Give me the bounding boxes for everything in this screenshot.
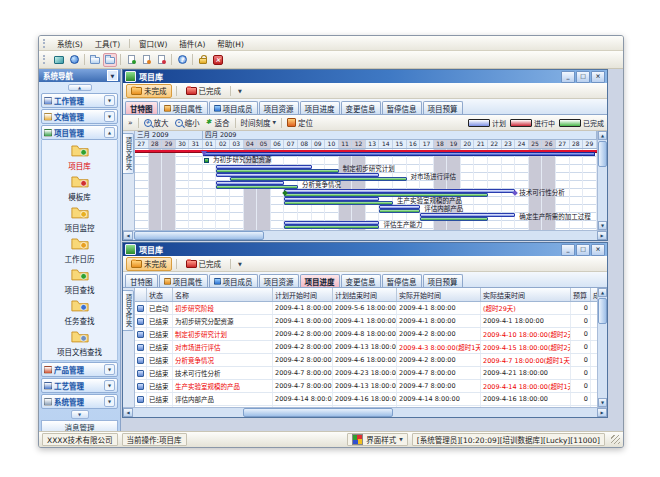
task-bar-actual[interactable] <box>284 201 393 205</box>
sidebar-item-red[interactable]: 模板库 <box>42 173 117 204</box>
timescale-button[interactable]: 时间刻度▼ <box>239 117 278 128</box>
tab[interactable]: 项目属性 <box>159 274 208 287</box>
gantt-horizontal-scrollbar[interactable]: ◀ ▶ <box>123 230 607 240</box>
table-horizontal-scrollbar[interactable]: ◀ ▶ <box>123 407 607 417</box>
tab[interactable]: 项目进度 <box>300 101 340 114</box>
sidebar-group-collapsed[interactable]: 产品管理▼ <box>41 362 118 377</box>
stop-button[interactable]: × <box>211 53 225 67</box>
gantt-window-titlebar[interactable]: 项目库 _ □ × <box>123 70 607 83</box>
gantt-vertical-scrollbar[interactable]: ▲ ▼ <box>597 131 607 230</box>
menu-item[interactable]: 插件(A) <box>173 37 211 50</box>
folder-open-button[interactable] <box>103 53 117 67</box>
menubar-grip[interactable] <box>43 39 48 48</box>
sidebar-item-star[interactable]: 项目监控 <box>42 204 117 235</box>
scroll-right-button[interactable]: ▶ <box>597 408 607 417</box>
tab[interactable]: 暂停信息 <box>382 101 422 114</box>
sidebar-item-green[interactable]: 项目库 <box>42 142 117 173</box>
project-folder-tab[interactable]: 项目文件夹 <box>123 290 134 331</box>
tab[interactable]: 项目属性 <box>159 101 208 114</box>
table-vertical-scrollbar[interactable]: ▲ ▼ <box>597 288 607 407</box>
scroll-down-button[interactable]: ▼ <box>598 221 607 230</box>
sidebar-group-collapsed[interactable]: 文档管理▼ <box>41 109 118 124</box>
column-header[interactable]: 名称 <box>173 288 273 301</box>
milestone-marker[interactable] <box>204 158 209 163</box>
tab[interactable]: 项目进度 <box>300 274 340 287</box>
scroll-thumb[interactable] <box>598 141 607 167</box>
task-bar-actual[interactable] <box>230 177 407 181</box>
chevron-down-icon[interactable]: ▼ <box>104 111 115 122</box>
chevron-down-icon[interactable]: ▼ <box>104 95 115 106</box>
tab[interactable]: 项目成员 <box>209 274 258 287</box>
close-button[interactable]: × <box>591 71 605 83</box>
maximize-button[interactable]: □ <box>576 244 590 256</box>
sidebar-menu-button[interactable]: ▼ <box>107 70 118 81</box>
menu-item[interactable]: 工具(T) <box>89 37 126 50</box>
message-tab[interactable]: 消息管理 <box>41 420 118 431</box>
globe-button[interactable] <box>67 53 81 67</box>
table-row[interactable]: 已结束分析竞争情况2009-4-2 8:00:002009-4-6 18:00:… <box>135 354 597 367</box>
project-folder-tab[interactable]: 项目文件夹 <box>123 133 134 174</box>
scroll-up-button[interactable]: ▲ <box>598 131 607 140</box>
gantt-chart[interactable]: 三月 2009四月 200927282930310102030405060708… <box>135 131 597 230</box>
scroll-thumb[interactable] <box>243 408 393 417</box>
overflow-button[interactable]: ▼ <box>235 88 245 94</box>
sidebar-overflow-button[interactable]: ▼ <box>71 410 89 419</box>
close-button[interactable]: × <box>591 244 605 256</box>
tab[interactable]: 项目预算 <box>423 274 463 287</box>
column-header[interactable]: 状态 <box>147 288 173 301</box>
table-row[interactable]: 已结束制定初步研究计划2009-4-2 8:00:002009-4-8 18:0… <box>135 328 597 341</box>
minimize-button[interactable]: _ <box>561 244 575 256</box>
table-row[interactable]: 已结束生产实验室规模的产品2009-4-7 8:00:002009-4-13 1… <box>135 380 597 393</box>
chevron-down-icon[interactable]: ▼ <box>104 380 115 391</box>
menu-item[interactable]: 窗口(W) <box>133 37 173 50</box>
menu-item[interactable]: 系统(S) <box>51 37 89 50</box>
tab[interactable]: 变更信息 <box>341 274 381 287</box>
scroll-up-button[interactable]: ▲ <box>598 288 607 297</box>
column-header[interactable] <box>135 288 147 301</box>
tab[interactable]: 项目预算 <box>423 101 463 114</box>
sidebar-group-collapsed[interactable]: 工艺管理▼ <box>41 378 118 393</box>
column-header[interactable]: 预算 <box>571 288 591 301</box>
menu-item[interactable]: 帮助(H) <box>211 37 250 50</box>
incomplete-filter-button[interactable]: 未完成 <box>126 257 172 271</box>
scroll-thumb[interactable] <box>134 231 264 240</box>
sidebar-group-expanded[interactable]: 项目管理▲ <box>41 125 118 140</box>
ui-style-button[interactable]: 界面样式 ▼ <box>347 433 407 446</box>
column-header[interactable]: 计划开始时间 <box>273 288 333 301</box>
complete-filter-button[interactable]: 已完成 <box>181 84 227 98</box>
sidebar-collapse-button[interactable]: ▲ <box>68 84 92 91</box>
sidebar-item-people[interactable]: 任务查找 <box>42 297 117 328</box>
table-window-titlebar[interactable]: 项目库 _ □ × <box>123 243 607 256</box>
maximize-button[interactable]: □ <box>576 71 590 83</box>
chevron-up-icon[interactable]: ▲ <box>104 127 115 138</box>
page-new-button[interactable] <box>124 53 138 67</box>
chevron-down-icon[interactable]: ▼ <box>104 364 115 375</box>
lock-button[interactable] <box>196 53 210 67</box>
tab[interactable]: 变更信息 <box>341 101 381 114</box>
zoom-out-button[interactable]: -缩小 <box>173 117 202 128</box>
column-header[interactable]: 实际开始时间 <box>397 288 481 301</box>
help-button[interactable]: ? <box>175 53 189 67</box>
table-row[interactable]: 已启动初步研究阶段2009-4-1 8:00:002009-5-6 18:00:… <box>135 302 597 315</box>
tab[interactable]: 项目资源 <box>259 101 299 114</box>
scroll-down-button[interactable]: ▼ <box>598 398 607 407</box>
table-row[interactable]: 已结束技术可行性分析2009-4-7 8:00:002009-4-23 18:0… <box>135 367 597 380</box>
table-row[interactable]: 已结束为初步研究分配资源2009-4-1 8:00:002009-4-1 18:… <box>135 315 597 328</box>
task-bar-actual[interactable] <box>284 225 379 229</box>
expand-button[interactable]: » <box>126 118 135 127</box>
tab[interactable]: 甘特图 <box>125 274 158 287</box>
task-bar-actual[interactable] <box>216 169 338 173</box>
page-edit-button[interactable] <box>139 53 153 67</box>
folder-button[interactable] <box>88 53 102 67</box>
task-bar-actual[interactable] <box>420 217 488 221</box>
table-row[interactable]: 已结束对市场进行评估2009-4-2 8:00:002009-4-13 18:0… <box>135 341 597 354</box>
tab[interactable]: 暂停信息 <box>382 274 422 287</box>
page-del-button[interactable] <box>154 53 168 67</box>
column-header[interactable]: 计划结束时间 <box>333 288 397 301</box>
sidebar-item-cal[interactable]: 工作日历 <box>42 235 117 266</box>
scroll-left-button[interactable]: ◀ <box>123 408 133 417</box>
toolbar-grip[interactable] <box>43 55 48 64</box>
complete-filter-button[interactable]: 已完成 <box>181 257 227 271</box>
tab[interactable]: 项目成员 <box>209 101 258 114</box>
sidebar-item-search[interactable]: 项目文档查找 <box>42 328 117 359</box>
